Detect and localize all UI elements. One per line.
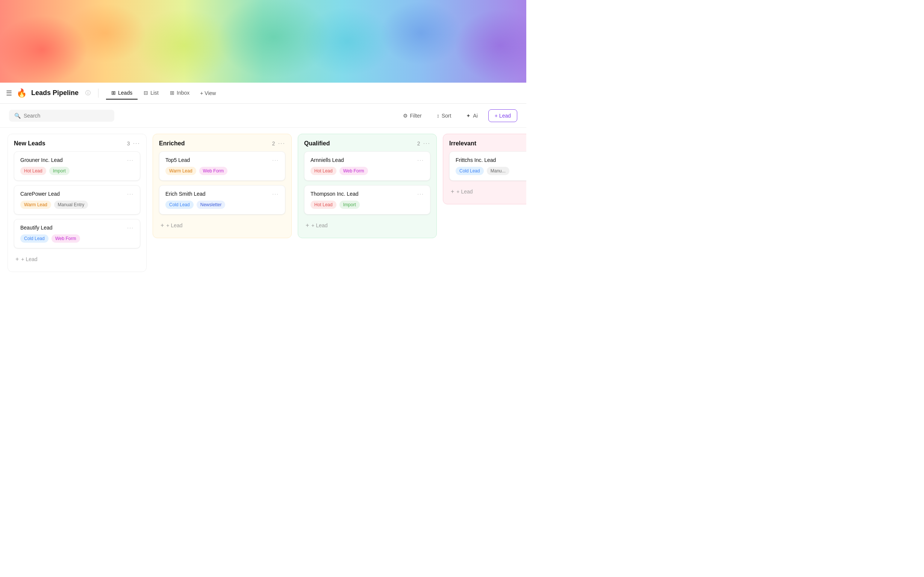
tag-hot-arnniells[interactable]: Hot Lead	[310, 167, 336, 175]
add-lead-label-enriched: + Lead	[166, 222, 183, 228]
topbar-tabs: ⊞ Leads ⊟ List ⊞ Inbox + View	[106, 87, 220, 100]
add-lead-new-leads[interactable]: + + Lead	[14, 253, 140, 266]
column-more-qualified[interactable]: ···	[423, 140, 430, 147]
card-title-beautify: Beautify Lead	[20, 225, 53, 230]
column-enriched: Enriched 2 ··· Top5 Lead ··· Warm Lead W…	[153, 134, 292, 238]
add-lead-irrelevant[interactable]: + + Lead	[449, 185, 526, 198]
tab-inbox[interactable]: ⊞ Inbox	[165, 87, 195, 100]
tab-list[interactable]: ⊟ List	[138, 87, 164, 100]
tag-cold-frittchs[interactable]: Cold Lead	[456, 167, 484, 175]
column-header-new-leads: New Leads 3 ···	[14, 140, 140, 147]
add-icon-new-leads: +	[15, 256, 19, 263]
card-tags-beautify: Cold Lead Web Form	[20, 234, 134, 243]
sort-label: Sort	[442, 113, 451, 119]
add-icon-irrelevant: +	[451, 188, 454, 195]
tag-manual-frittchs[interactable]: Manu...	[487, 167, 509, 175]
add-view-button[interactable]: + View	[195, 87, 220, 99]
card-header-top5: Top5 Lead ···	[165, 157, 279, 163]
list-tab-label: List	[150, 90, 158, 96]
page-title: Leads Pipeline	[31, 89, 79, 97]
sort-button[interactable]: ↕ Sort	[432, 110, 456, 122]
tag-warm-lead[interactable]: Warm Lead	[20, 201, 51, 209]
card-header-frittchs: Frittchs Inc. Lead	[456, 157, 526, 163]
card-tags-top5: Warm Lead Web Form	[165, 167, 279, 175]
column-title-new-leads: New Leads	[14, 140, 124, 147]
tag-web-form[interactable]: Web Form	[52, 234, 80, 243]
sort-icon: ↕	[437, 113, 439, 119]
tab-leads[interactable]: ⊞ Leads	[106, 87, 137, 100]
tag-newsletter[interactable]: Newsletter	[197, 201, 226, 209]
tag-hot-lead[interactable]: Hot Lead	[20, 167, 46, 175]
ai-label: Ai	[473, 113, 477, 119]
tag-import[interactable]: Import	[49, 167, 69, 175]
card-title-carepower: CarePower Lead	[20, 191, 60, 197]
add-lead-label-qualified: + Lead	[311, 222, 328, 228]
card-header-carepower: CarePower Lead ···	[20, 191, 134, 197]
search-bar[interactable]: 🔍	[9, 110, 114, 122]
add-lead-label: + Lead	[495, 113, 511, 119]
tag-manual-entry[interactable]: Manual Entry	[54, 201, 88, 209]
add-lead-qualified[interactable]: + + Lead	[304, 219, 430, 232]
card-grouner: Grouner Inc. Lead ··· Hot Lead Import	[14, 152, 140, 181]
card-title-thompson: Thompson Inc. Lead	[310, 191, 359, 197]
column-more-enriched[interactable]: ···	[278, 140, 285, 147]
leads-tab-label: Leads	[118, 90, 132, 96]
add-lead-enriched[interactable]: + + Lead	[159, 219, 285, 232]
add-icon-qualified: +	[305, 222, 309, 229]
logo-icon: 🔥	[16, 88, 27, 98]
leads-tab-icon: ⊞	[111, 90, 116, 96]
card-tags-erich: Cold Lead Newsletter	[165, 201, 279, 209]
card-carepower: CarePower Lead ··· Warm Lead Manual Entr…	[14, 185, 140, 214]
card-header-beautify: Beautify Lead ···	[20, 225, 134, 230]
column-count-qualified: 2	[417, 140, 420, 147]
card-title-grouner: Grouner Inc. Lead	[20, 157, 63, 163]
card-more-erich[interactable]: ···	[272, 191, 279, 197]
card-more-arnniells[interactable]: ···	[417, 157, 424, 163]
toolbar: 🔍 ⚙ Filter ↕ Sort ✦ Ai + Lead	[0, 104, 526, 128]
ai-icon: ✦	[466, 113, 471, 119]
card-header-arnniells: Arnniells Lead ···	[310, 157, 424, 163]
card-arnniells: Arnniells Lead ··· Hot Lead Web Form	[304, 152, 430, 181]
ai-button[interactable]: ✦ Ai	[462, 110, 482, 122]
card-tags-carepower: Warm Lead Manual Entry	[20, 201, 134, 209]
column-new-leads: New Leads 3 ··· Grouner Inc. Lead ··· Ho…	[8, 134, 147, 272]
card-title-erich: Erich Smith Lead	[165, 191, 206, 197]
info-icon[interactable]: ⓘ	[85, 90, 90, 97]
tag-cold-erich[interactable]: Cold Lead	[165, 201, 194, 209]
list-tab-icon: ⊟	[144, 90, 148, 96]
card-beautify: Beautify Lead ··· Cold Lead Web Form	[14, 219, 140, 248]
card-more-carepower[interactable]: ···	[127, 191, 134, 197]
column-count-new-leads: 3	[127, 140, 130, 147]
card-more-grouner[interactable]: ···	[127, 157, 134, 163]
tag-webform-top5[interactable]: Web Form	[199, 167, 228, 175]
column-title-qualified: Qualified	[304, 140, 414, 147]
search-input[interactable]	[24, 113, 99, 119]
filter-label: Filter	[410, 113, 422, 119]
add-lead-button[interactable]: + Lead	[488, 109, 517, 122]
column-header-qualified: Qualified 2 ···	[304, 140, 430, 147]
card-header-thompson: Thompson Inc. Lead ···	[310, 191, 424, 197]
filter-button[interactable]: ⚙ Filter	[399, 110, 426, 122]
card-more-beautify[interactable]: ···	[127, 225, 134, 230]
tag-cold-lead[interactable]: Cold Lead	[20, 234, 48, 243]
card-top5: Top5 Lead ··· Warm Lead Web Form	[159, 152, 285, 181]
column-qualified: Qualified 2 ··· Arnniells Lead ··· Hot L…	[298, 134, 437, 238]
column-more-new-leads[interactable]: ···	[133, 140, 140, 147]
card-tags-grouner: Hot Lead Import	[20, 167, 134, 175]
card-more-top5[interactable]: ···	[272, 157, 279, 163]
add-lead-label-new-leads: + Lead	[21, 256, 37, 262]
card-title-arnniells: Arnniells Lead	[310, 157, 344, 163]
tag-webform-arnniells[interactable]: Web Form	[339, 167, 368, 175]
column-irrelevant: Irrelevant ··· Frittchs Inc. Lead Cold L…	[443, 134, 526, 205]
card-tags-arnniells: Hot Lead Web Form	[310, 167, 424, 175]
menu-icon[interactable]: ☰	[6, 89, 12, 97]
tag-warm-lead-top5[interactable]: Warm Lead	[165, 167, 196, 175]
card-more-thompson[interactable]: ···	[417, 191, 424, 197]
topbar: ☰ 🔥 Leads Pipeline ⓘ ⊞ Leads ⊟ List ⊞ In…	[0, 83, 526, 104]
tag-import-thompson[interactable]: Import	[339, 201, 360, 209]
tag-hot-thompson[interactable]: Hot Lead	[310, 201, 336, 209]
filter-icon: ⚙	[403, 113, 408, 119]
add-lead-label-irrelevant: + Lead	[456, 189, 473, 195]
card-thompson: Thompson Inc. Lead ··· Hot Lead Import	[304, 185, 430, 214]
column-header-enriched: Enriched 2 ···	[159, 140, 285, 147]
